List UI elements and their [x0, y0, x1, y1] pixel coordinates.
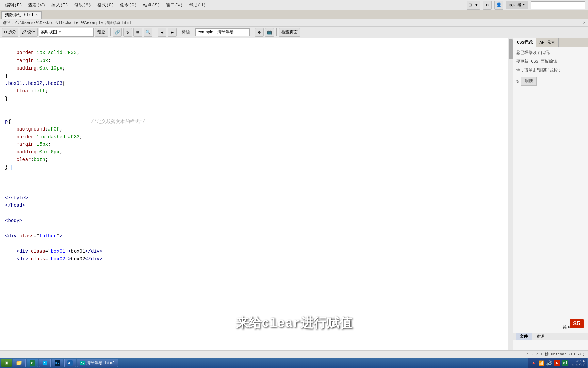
tray-volume-icon: 🔊 — [546, 360, 552, 366]
svg-text:X: X — [31, 361, 33, 365]
split-label: 拆分 — [8, 29, 16, 35]
status-right: 1 K / 1 秒 Unicode (UTF-8) — [527, 352, 585, 357]
code-editor[interactable]: border:1px solid #F33; margin:15px; padd… — [0, 38, 513, 350]
path-close-icon[interactable]: × — [583, 21, 585, 25]
refresh-icon-right: ↻ — [516, 78, 519, 84]
realtime-label: 实时视图 — [41, 29, 57, 35]
menu-site[interactable]: 站点(S) — [140, 1, 162, 9]
refresh-area: ↻ 刷新 — [516, 77, 585, 86]
split-button[interactable]: ⊟ 拆分 — [2, 28, 18, 37]
css-styles-label: CSS样式 — [517, 40, 533, 45]
taskbar-explorer[interactable]: 📁 — [13, 359, 26, 367]
toolbar-separator-1 — [110, 28, 111, 36]
taskbar-word[interactable]: W — [64, 359, 76, 367]
realtime-dropdown-icon: ▾ — [59, 30, 61, 35]
design-icon: 🖊 — [22, 30, 26, 35]
menu-view[interactable]: 查看(V) — [26, 1, 48, 9]
right-panel-content: 您已经修改了代码。 要更新 CSS 面板编辑 性，请单击"刷新"或按： ↻ 刷新 — [513, 47, 588, 350]
notice-text-1: 您已经修改了代码。 — [516, 50, 585, 56]
toolbar-separator-5 — [276, 28, 277, 36]
view-icon[interactable]: 📺 — [265, 28, 274, 37]
notice-text-2: 要更新 CSS 面板编辑 — [516, 59, 585, 65]
nav-back-icon[interactable]: ◀ — [158, 28, 166, 37]
menu-edit[interactable]: 编辑(E) — [3, 1, 25, 9]
editor-scrollbar[interactable] — [508, 38, 513, 350]
zoom-icon[interactable]: 🔍 — [144, 28, 152, 37]
svg-text:W: W — [68, 362, 70, 365]
global-search-input[interactable] — [531, 1, 585, 9]
clock-date: 2020/1/ — [570, 363, 585, 367]
preview-label: 预览 — [97, 29, 105, 35]
user-icon[interactable]: 👤 — [494, 1, 503, 10]
tray-ai-icon: Ai — [562, 360, 568, 366]
lang-indicators: 英 ▶ — [563, 325, 570, 330]
path-bar: 路径： C:\Users\0\Desktop\11\chapter08\exam… — [0, 19, 588, 27]
right-panel: CSS样式 AP 元素 您已经修改了代码。 要更新 CSS 面板编辑 性，请单击… — [513, 38, 588, 350]
path-value: C:\Users\0\Desktop\11\chapter08\example—… — [15, 20, 131, 25]
refresh-icon-btn[interactable]: ↻ — [123, 28, 132, 37]
notice-text-3: 性，请单击"刷新"或按： — [516, 67, 585, 74]
inspect-label: 检查页面 — [281, 29, 298, 35]
ap-elements-label: AP 元素 — [540, 40, 555, 45]
designer-button[interactable]: 设计器 ▾ — [506, 1, 528, 9]
taskbar-excel[interactable]: X — [27, 359, 38, 367]
file-resource-tabs: 文件 资源 — [513, 333, 588, 340]
designer-dropdown-icon: ▾ — [523, 2, 525, 7]
menu-help[interactable]: 帮助(H) — [186, 1, 208, 9]
refresh-button[interactable]: 刷新 — [521, 77, 537, 86]
status-bar: 1 K / 1 秒 Unicode (UTF-8) — [0, 350, 588, 358]
design-label: 设计 — [27, 29, 35, 35]
toolbar-separator-3 — [179, 28, 179, 36]
design-button[interactable]: 🖊 设计 — [20, 28, 38, 37]
toolbar-separator-2 — [155, 28, 155, 36]
start-button[interactable]: ⊞ — [1, 359, 12, 367]
right-panel-tabs: CSS样式 AP 元素 — [513, 38, 588, 47]
designer-label: 设计器 — [509, 2, 521, 8]
s5-brand: S5 — [570, 319, 584, 328]
taskbar-ps[interactable]: Ps — [52, 359, 63, 367]
code-view-icon[interactable]: ⊞ — [133, 28, 142, 37]
menu-command[interactable]: 命令(C) — [117, 1, 140, 9]
settings-icon[interactable]: ⚙ — [483, 1, 492, 10]
nav-forward-icon[interactable]: ▶ — [168, 28, 177, 37]
menu-format[interactable]: 格式(O) — [95, 1, 117, 9]
title-label: 标题： — [182, 29, 194, 35]
dreamweaver-label: 清除浮动.html — [86, 360, 115, 366]
svg-text:Ps: Ps — [55, 362, 59, 365]
live-options-icon[interactable]: 🔗 — [113, 28, 122, 37]
tray-icon-1: 🔺 — [530, 360, 536, 366]
clock-time: 0:34 — [570, 359, 585, 363]
menu-window[interactable]: 窗口(W) — [163, 1, 185, 9]
css-styles-tab[interactable]: CSS样式 — [513, 38, 536, 47]
taskbar-clock: 0:34 2020/1/ — [570, 359, 585, 367]
toolbar-separator-4 — [252, 28, 252, 36]
tab-close-button[interactable]: × — [36, 13, 38, 17]
inspect-button[interactable]: 检查页面 — [279, 28, 300, 37]
path-label: 路径： — [3, 20, 14, 25]
main-layout: border:1px solid #F33; margin:15px; padd… — [0, 38, 588, 350]
tray-network-icon: 📶 — [538, 360, 544, 366]
preview-button[interactable]: 预览 — [95, 28, 108, 37]
tray-s-icon: S — [554, 360, 560, 366]
split-icon: ⊟ — [4, 30, 7, 35]
resources-tab[interactable]: 资源 — [532, 333, 549, 340]
taskbar-ie[interactable]: e — [39, 359, 51, 367]
realtime-dropdown[interactable]: 实时视图 ▾ — [39, 28, 94, 37]
files-tab[interactable]: 文件 — [516, 333, 532, 340]
ap-elements-tab[interactable]: AP 元素 — [536, 38, 559, 47]
settings-icon-2[interactable]: ⚙ — [255, 28, 264, 37]
taskbar-dreamweaver[interactable]: Dw 清除浮动.html — [77, 359, 118, 367]
lang-icon: ▶ — [568, 325, 570, 330]
menu-insert[interactable]: 插入(I) — [49, 1, 71, 9]
scrollbar-thumb[interactable] — [509, 39, 513, 59]
layout-icon[interactable]: ⊞ ▾ — [467, 1, 480, 10]
code-content: border:1px solid #F33; margin:15px; padd… — [0, 38, 513, 274]
menubar: 编辑(E) 查看(V) 插入(I) 修改(M) 格式(O) 命令(C) 站点(S… — [0, 0, 588, 10]
s5-logo: S5 — [568, 318, 585, 330]
menu-modify[interactable]: 修改(M) — [71, 1, 94, 9]
taskbar-tray: 🔺 📶 🔊 S Ai 0:34 2020/1/ — [528, 358, 587, 368]
refresh-label: 刷新 — [525, 78, 533, 84]
toolbar: ⊟ 拆分 🖊 设计 实时视图 ▾ 预览 🔗 ↻ ⊞ 🔍 ◀ ▶ 标题： ⚙ 📺 … — [0, 27, 588, 38]
title-input[interactable] — [195, 28, 250, 36]
file-tab[interactable]: 清除浮动.html × — [1, 11, 42, 19]
